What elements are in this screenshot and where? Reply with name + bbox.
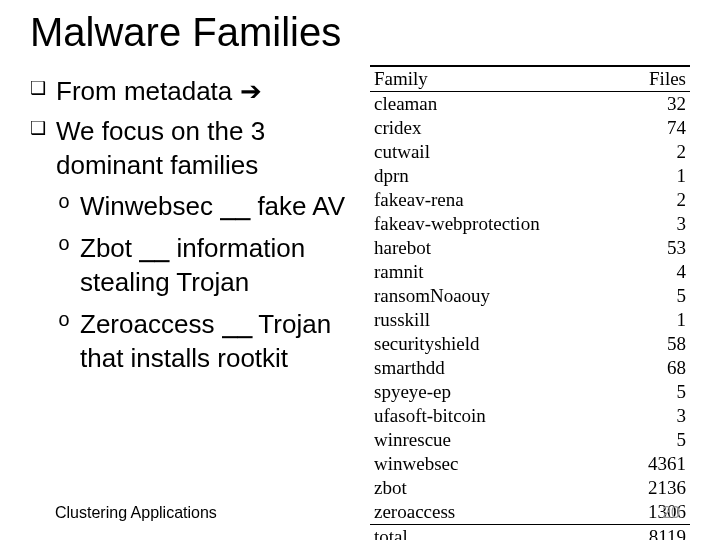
cell-files: 58 — [623, 332, 690, 356]
subbullet-winwebsec: Winwebsec ⎯⎯ fake AV — [30, 190, 370, 224]
cell-files: 3 — [623, 212, 690, 236]
table-row: ransomNoaouy5 — [370, 284, 690, 308]
bullet-list-level1: From metadata ➔ We focus on the 3 domina… — [30, 75, 370, 182]
cell-family: spyeye-ep — [370, 380, 623, 404]
cell-files: 4 — [623, 260, 690, 284]
cell-family: zbot — [370, 476, 623, 500]
table-row: securityshield58 — [370, 332, 690, 356]
cell-files: 32 — [623, 92, 690, 117]
table-row: ufasoft-bitcoin3 — [370, 404, 690, 428]
arrow-icon: ➔ — [240, 76, 262, 106]
table-row: cridex74 — [370, 116, 690, 140]
col-files: Files — [623, 66, 690, 92]
table-header-row: Family Files — [370, 66, 690, 92]
cell-files: 5 — [623, 284, 690, 308]
cell-family: cleaman — [370, 92, 623, 117]
cell-family: dprn — [370, 164, 623, 188]
cell-files: 1 — [623, 308, 690, 332]
table-row: zeroaccess1306 — [370, 500, 690, 525]
col-family: Family — [370, 66, 623, 92]
text: Zbot — [80, 233, 139, 263]
text: fake AV — [250, 191, 345, 221]
bullet-text: From metadata — [56, 76, 240, 106]
cell-files: 2136 — [623, 476, 690, 500]
cell-total-files: 8119 — [623, 525, 690, 541]
cell-family: fakeav-webprotection — [370, 212, 623, 236]
slide: Malware Families From metadata ➔ We focu… — [0, 0, 720, 540]
table-row: cutwail2 — [370, 140, 690, 164]
table-row: cleaman32 — [370, 92, 690, 117]
cell-family: smarthdd — [370, 356, 623, 380]
table-row: russkill1 — [370, 308, 690, 332]
table-row: dprn1 — [370, 164, 690, 188]
table-row: spyeye-ep5 — [370, 380, 690, 404]
subbullet-zeroaccess: Zeroaccess ⎯⎯ Trojan that installs rootk… — [30, 308, 370, 376]
cell-family: securityshield — [370, 332, 623, 356]
cell-files: 5 — [623, 428, 690, 452]
cell-family: zeroaccess — [370, 500, 623, 525]
table-row: fakeav-rena2 — [370, 188, 690, 212]
subbullet-zbot: Zbot ⎯⎯ information stealing Trojan — [30, 232, 370, 300]
table-body: cleaman32cridex74cutwail2dprn1fakeav-ren… — [370, 92, 690, 541]
cell-files: 3 — [623, 404, 690, 428]
bullet-list-level2: Winwebsec ⎯⎯ fake AV Zbot ⎯⎯ information… — [30, 190, 370, 375]
em-dash: ⎯⎯ — [222, 309, 252, 339]
cell-family: ramnit — [370, 260, 623, 284]
cell-family: cutwail — [370, 140, 623, 164]
bullet-focus: We focus on the 3 dominant families — [30, 115, 370, 183]
cell-files: 53 — [623, 236, 690, 260]
table-row: fakeav-webprotection3 — [370, 212, 690, 236]
cell-family: russkill — [370, 308, 623, 332]
table-row: ramnit4 — [370, 260, 690, 284]
cell-files: 4361 — [623, 452, 690, 476]
table-row: winwebsec4361 — [370, 452, 690, 476]
content-columns: From metadata ➔ We focus on the 3 domina… — [0, 65, 720, 540]
cell-files: 1 — [623, 164, 690, 188]
text: Winwebsec — [80, 191, 220, 221]
cell-family: winwebsec — [370, 452, 623, 476]
table-row: harebot53 — [370, 236, 690, 260]
cell-family: cridex — [370, 116, 623, 140]
left-column: From metadata ➔ We focus on the 3 domina… — [0, 65, 370, 540]
cell-files: 2 — [623, 188, 690, 212]
cell-files: 5 — [623, 380, 690, 404]
footer-text: Clustering Applications — [55, 504, 217, 522]
cell-family: harebot — [370, 236, 623, 260]
cell-family: winrescue — [370, 428, 623, 452]
text: Zeroaccess — [80, 309, 222, 339]
cell-family: ufasoft-bitcoin — [370, 404, 623, 428]
table-row: winrescue5 — [370, 428, 690, 452]
cell-family: fakeav-rena — [370, 188, 623, 212]
table-row: zbot2136 — [370, 476, 690, 500]
page-number: 20 — [662, 504, 680, 522]
em-dash: ⎯⎯ — [220, 191, 250, 221]
right-column: Family Files cleaman32cridex74cutwail2dp… — [370, 65, 690, 540]
em-dash: ⎯⎯ — [139, 233, 169, 263]
cell-family: ransomNoaouy — [370, 284, 623, 308]
page-title: Malware Families — [0, 10, 720, 65]
family-table: Family Files cleaman32cridex74cutwail2dp… — [370, 65, 690, 540]
cell-files: 68 — [623, 356, 690, 380]
bullet-from-metadata: From metadata ➔ — [30, 75, 370, 109]
cell-total-label: total — [370, 525, 623, 541]
cell-files: 2 — [623, 140, 690, 164]
table-row-total: total8119 — [370, 525, 690, 541]
table-row: smarthdd68 — [370, 356, 690, 380]
cell-files: 74 — [623, 116, 690, 140]
